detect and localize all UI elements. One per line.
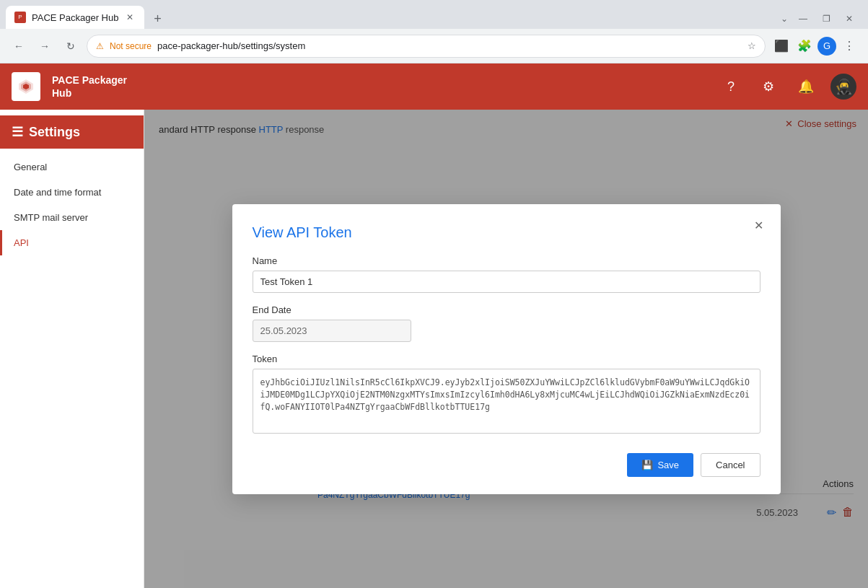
view-api-token-modal: ✕ View API Token Name End Date	[232, 204, 781, 494]
end-date-input[interactable]	[253, 320, 411, 342]
modal-footer: 💾 Save Cancel	[253, 453, 760, 477]
address-bar[interactable]: ⚠ Not secure pace-packager-hub/settings/…	[87, 35, 766, 58]
sidebar-item-api[interactable]: API	[0, 230, 144, 255]
app-header: PACE Packager Hub ? ⚙ 🔔 🥷	[0, 63, 868, 110]
tab-close-button[interactable]: ✕	[124, 12, 136, 23]
modal-overlay: ✕ View API Token Name End Date	[144, 110, 868, 588]
back-button[interactable]: ←	[9, 36, 29, 56]
name-form-group: Name	[253, 255, 760, 293]
tab-favicon: P	[14, 12, 26, 23]
active-tab[interactable]: P PACE Packager Hub ✕	[6, 6, 144, 29]
app-logo	[12, 72, 40, 101]
close-window-button[interactable]: ✕	[839, 9, 859, 29]
chrome-menu-button[interactable]: ⋮	[839, 36, 859, 56]
not-secure-label: Not secure	[110, 41, 152, 51]
help-button[interactable]: ?	[718, 74, 744, 100]
name-label: Name	[253, 255, 760, 266]
token-label: Token	[253, 354, 760, 364]
notifications-bell-icon[interactable]: 🔔	[793, 74, 819, 100]
browser-actions: ⬛ 🧩 G ⋮	[771, 36, 859, 56]
tab-title: PACE Packager Hub	[32, 12, 118, 23]
app-container: PACE Packager Hub ? ⚙ 🔔 🥷 ☰ Settings Gen…	[0, 63, 868, 588]
sidebar-menu-icon[interactable]: ☰	[12, 124, 23, 140]
address-bar-icons: ☆	[748, 40, 756, 51]
url-display: pace-packager-hub/settings/system	[157, 40, 742, 51]
modal-close-button[interactable]: ✕	[749, 216, 769, 236]
sidebar: ☰ Settings General Date and time format …	[0, 110, 144, 588]
user-avatar[interactable]: 🥷	[830, 74, 856, 100]
browser-controls: ← → ↻ ⚠ Not secure pace-packager-hub/set…	[0, 29, 868, 63]
security-warning-icon: ⚠	[96, 41, 104, 51]
cast-icon[interactable]: ⬛	[771, 36, 792, 56]
name-input[interactable]	[253, 271, 760, 293]
token-textarea[interactable]	[253, 369, 760, 434]
tab-bar: P PACE Packager Hub ✕ + ⌄ — ❐ ✕	[0, 0, 868, 29]
new-tab-button[interactable]: +	[147, 9, 167, 29]
app-title: PACE Packager Hub	[52, 74, 127, 100]
modal-title: View API Token	[253, 224, 760, 241]
save-disk-icon: 💾	[641, 460, 653, 470]
profile-avatar[interactable]: G	[817, 37, 836, 56]
cancel-button[interactable]: Cancel	[701, 453, 760, 477]
sidebar-item-general[interactable]: General	[0, 154, 144, 180]
sidebar-item-date-time[interactable]: Date and time format	[0, 180, 144, 205]
end-date-form-group: End Date	[253, 304, 760, 342]
sidebar-item-smtp[interactable]: SMTP mail server	[0, 205, 144, 230]
save-button[interactable]: 💾 Save	[627, 453, 693, 477]
browser-window: P PACE Packager Hub ✕ + ⌄ — ❐ ✕ ← → ↻ ⚠ …	[0, 0, 868, 588]
minimize-button[interactable]: —	[793, 9, 813, 29]
main-content: ✕ Close settings andard HTTP response HT…	[144, 110, 868, 588]
app-body: ☰ Settings General Date and time format …	[0, 110, 868, 588]
end-date-label: End Date	[253, 304, 760, 315]
reload-button[interactable]: ↻	[61, 36, 81, 56]
sidebar-header: ☰ Settings	[0, 115, 144, 149]
token-form-group: Token	[253, 354, 760, 436]
pace-logo-icon	[16, 76, 36, 97]
settings-gear-icon[interactable]: ⚙	[755, 74, 781, 100]
tab-list-button[interactable]: ⌄	[779, 13, 790, 25]
bookmark-star-icon[interactable]: ☆	[748, 40, 756, 51]
extensions-icon[interactable]: 🧩	[794, 36, 815, 56]
restore-button[interactable]: ❐	[816, 9, 836, 29]
forward-button[interactable]: →	[35, 36, 55, 56]
